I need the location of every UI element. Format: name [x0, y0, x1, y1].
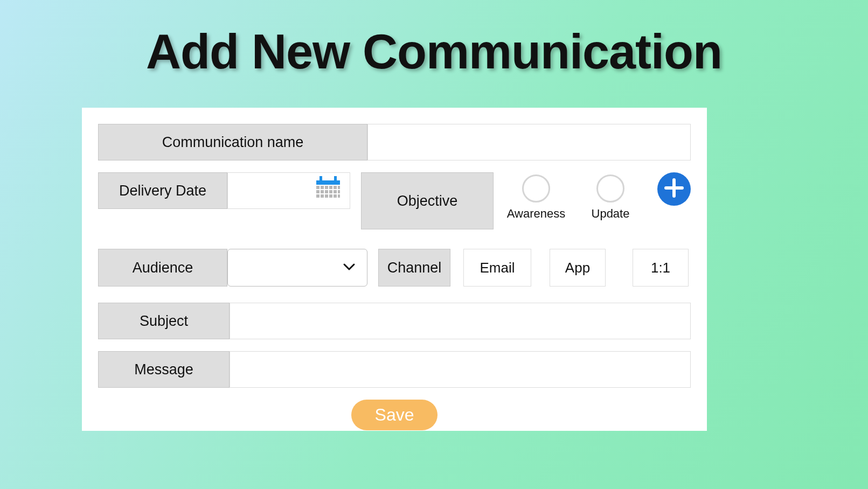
radio-awareness[interactable]	[522, 174, 550, 202]
row-communication-name: Communication name	[98, 124, 691, 160]
channel-option-email[interactable]: Email	[463, 249, 531, 287]
input-message[interactable]	[230, 351, 691, 388]
label-communication-name: Communication name	[98, 124, 367, 160]
radio-label-update: Update	[592, 207, 630, 221]
objective-option-update: Update	[581, 172, 640, 221]
chevron-down-icon	[342, 260, 356, 276]
svg-rect-1	[320, 176, 322, 181]
svg-rect-15	[316, 194, 320, 198]
svg-rect-4	[321, 186, 324, 189]
svg-rect-18	[329, 194, 332, 198]
label-channel: Channel	[378, 249, 450, 287]
objective-options: Awareness Update	[506, 172, 691, 221]
svg-rect-7	[334, 186, 337, 189]
svg-rect-5	[325, 186, 328, 189]
page-title: Add New Communication	[0, 0, 868, 80]
svg-rect-2	[334, 176, 337, 181]
svg-rect-12	[329, 190, 332, 193]
svg-rect-9	[316, 190, 320, 193]
save-wrap: Save	[98, 400, 691, 430]
svg-rect-10	[321, 190, 324, 193]
row-subject: Subject	[98, 303, 691, 339]
channel-option-app[interactable]: App	[550, 249, 606, 287]
label-delivery-date: Delivery Date	[98, 172, 227, 209]
add-objective-button[interactable]	[657, 172, 691, 206]
input-communication-name[interactable]	[367, 124, 691, 160]
input-subject[interactable]	[230, 303, 691, 339]
input-delivery-date[interactable]	[227, 172, 350, 209]
svg-rect-16	[321, 194, 324, 198]
svg-rect-14	[338, 190, 340, 193]
label-message: Message	[98, 351, 230, 388]
select-audience[interactable]	[227, 249, 367, 287]
svg-rect-6	[329, 186, 332, 189]
svg-rect-11	[325, 190, 328, 193]
objective-option-awareness: Awareness	[506, 172, 566, 221]
save-button[interactable]: Save	[351, 400, 438, 430]
radio-label-awareness: Awareness	[507, 207, 565, 221]
label-subject: Subject	[98, 303, 230, 339]
svg-rect-20	[338, 194, 340, 198]
svg-rect-3	[316, 186, 320, 189]
row-audience-channel: Audience Channel Email App 1:1	[98, 249, 691, 287]
channel-option-1-1[interactable]: 1:1	[633, 249, 689, 287]
svg-rect-17	[325, 194, 328, 198]
calendar-icon	[314, 175, 342, 205]
row-message: Message	[98, 351, 691, 388]
label-audience: Audience	[98, 249, 227, 287]
label-objective: Objective	[361, 172, 494, 229]
form-card: Communication name Delivery Date Objecti…	[82, 108, 707, 431]
svg-rect-13	[334, 190, 337, 193]
svg-rect-8	[338, 186, 340, 189]
svg-rect-19	[334, 194, 337, 198]
row-delivery-objective: Delivery Date Objective Awarene	[98, 172, 691, 229]
plus-icon	[664, 178, 684, 200]
radio-update[interactable]	[596, 174, 624, 202]
